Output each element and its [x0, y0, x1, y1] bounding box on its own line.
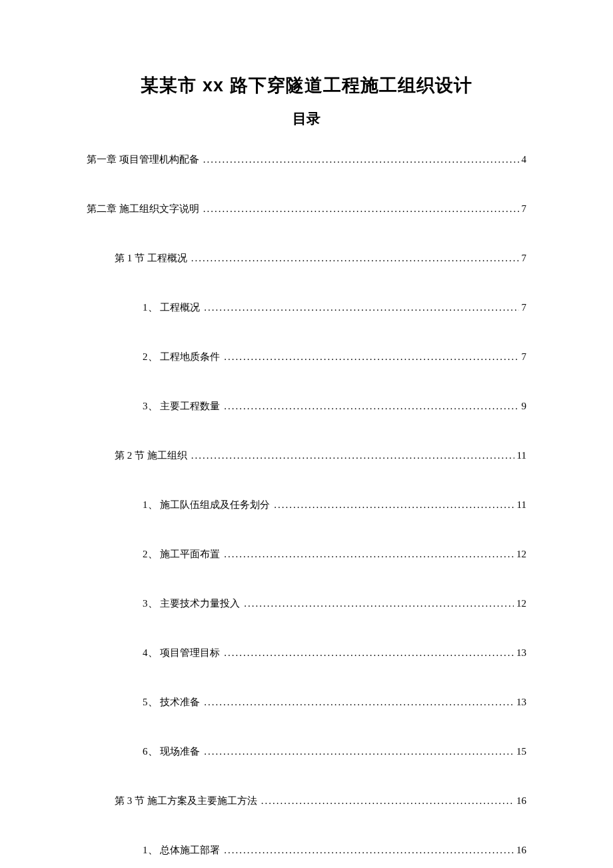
- toc-leader-dots: [224, 351, 518, 363]
- toc-entry-page: 12: [514, 598, 526, 609]
- toc-entry-label: 3、 主要技术力量投入: [143, 597, 244, 610]
- toc-leader-dots: [261, 795, 514, 807]
- toc-entry: 3、 主要技术力量投入12: [87, 597, 526, 610]
- toc-entry-page: 12: [514, 549, 526, 560]
- toc-entry-page: 7: [519, 253, 527, 264]
- toc-entry-page: 4: [519, 154, 527, 165]
- toc-entry: 2、 工程地质条件7: [87, 351, 526, 363]
- toc-entry: 6、 现场准备15: [87, 745, 526, 758]
- toc-entry-page: 16: [514, 795, 526, 807]
- toc-leader-dots: [191, 450, 514, 461]
- toc-entry-label: 1、 总体施工部署: [143, 844, 224, 857]
- toc-entry-page: 7: [519, 203, 527, 215]
- toc-entry: 2、 施工平面布置12: [87, 548, 526, 561]
- toc-entry: 1、 施工队伍组成及任务划分11: [87, 499, 526, 511]
- toc-entry-label: 2、 施工平面布置: [143, 548, 224, 561]
- toc-leader-dots: [203, 154, 519, 165]
- toc-entry-label: 第 2 节 施工组织: [115, 449, 191, 462]
- toc-leader-dots: [224, 647, 514, 659]
- toc-entry: 1、 工程概况7: [87, 301, 526, 314]
- toc-entry-page: 11: [514, 450, 526, 461]
- toc-leader-dots: [224, 401, 518, 412]
- toc-entry-label: 6、 现场准备: [143, 745, 204, 758]
- toc-entry-label: 3、 主要工程数量: [143, 400, 224, 413]
- toc-leader-dots: [244, 598, 514, 609]
- toc-entry-label: 第 1 节 工程概况: [115, 252, 191, 265]
- toc-entry-page: 13: [514, 647, 526, 659]
- toc-entry-page: 15: [514, 746, 526, 757]
- toc-leader-dots: [204, 746, 514, 757]
- toc-entry-label: 5、 技术准备: [143, 696, 204, 709]
- toc-entry: 第 3 节 施工方案及主要施工方法16: [87, 795, 526, 807]
- document-title: 某某市 xx 路下穿隧道工程施工组织设计: [87, 73, 526, 97]
- toc-entry: 1、 总体施工部署16: [87, 844, 526, 857]
- table-of-contents: 第一章 项目管理机构配备4第二章 施工组织文字说明7第 1 节 工程概况71、 …: [87, 153, 526, 857]
- toc-entry-label: 第二章 施工组织文字说明: [87, 203, 203, 215]
- toc-entry-page: 16: [514, 845, 526, 856]
- toc-entry-label: 2、 工程地质条件: [143, 351, 224, 363]
- toc-entry-label: 1、 施工队伍组成及任务划分: [143, 499, 274, 511]
- toc-entry: 第二章 施工组织文字说明7: [87, 203, 526, 215]
- toc-entry-label: 第 3 节 施工方案及主要施工方法: [115, 795, 261, 807]
- toc-leader-dots: [204, 302, 518, 313]
- toc-entry-page: 13: [514, 697, 526, 708]
- toc-heading: 目录: [87, 109, 526, 128]
- toc-entry-label: 第一章 项目管理机构配备: [87, 153, 203, 166]
- toc-leader-dots: [203, 203, 519, 215]
- toc-entry: 3、 主要工程数量9: [87, 400, 526, 413]
- toc-entry: 第 2 节 施工组织11: [87, 449, 526, 462]
- toc-leader-dots: [224, 845, 514, 856]
- toc-entry-label: 1、 工程概况: [143, 301, 204, 314]
- toc-leader-dots: [224, 549, 514, 560]
- toc-entry-page: 9: [519, 401, 527, 412]
- toc-entry-page: 11: [514, 499, 526, 511]
- toc-entry: 5、 技术准备13: [87, 696, 526, 709]
- toc-entry: 第一章 项目管理机构配备4: [87, 153, 526, 166]
- toc-entry-label: 4、 项目管理目标: [143, 647, 224, 659]
- toc-entry-page: 7: [519, 351, 527, 363]
- toc-leader-dots: [204, 697, 514, 708]
- toc-leader-dots: [274, 499, 514, 511]
- toc-entry: 第 1 节 工程概况7: [87, 252, 526, 265]
- toc-entry: 4、 项目管理目标13: [87, 647, 526, 659]
- toc-leader-dots: [191, 253, 519, 264]
- toc-entry-page: 7: [519, 302, 527, 313]
